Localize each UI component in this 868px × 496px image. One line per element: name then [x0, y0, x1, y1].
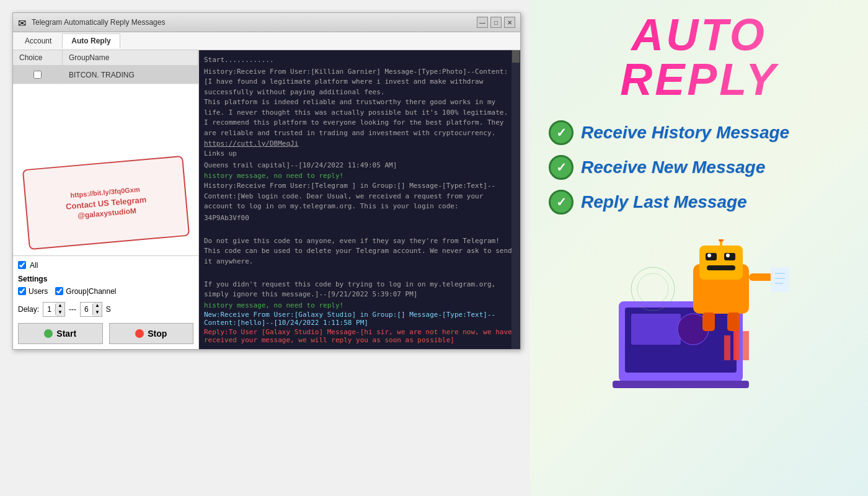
users-checkbox[interactable] — [18, 287, 26, 295]
log-entry-5: 34P9Ab3Vf00 — [204, 213, 515, 224]
svg-rect-16 — [707, 265, 735, 270]
log-entry-0: History:Receive From User:[Killian Garni… — [204, 67, 515, 139]
spinner1-up[interactable]: ▲ — [56, 303, 64, 309]
check-symbol-1: ✓ — [556, 125, 567, 140]
sidebar: Choice GroupName BITCON. TRADING https:/… — [13, 50, 199, 349]
svg-rect-2 — [631, 314, 681, 345]
stop-button[interactable]: Stop — [109, 323, 194, 344]
window-frame: ✉ Telegram Automatically Reply Messages … — [12, 12, 521, 350]
start-label: Start — [56, 329, 76, 339]
spinner2-down[interactable]: ▼ — [93, 309, 102, 316]
minimize-button[interactable]: — — [477, 17, 488, 28]
feature-text-1: Receive History Message — [581, 123, 789, 143]
spinner1-down[interactable]: ▼ — [56, 309, 64, 316]
feature-text-2: Receive New Message — [581, 157, 765, 177]
title-bar-left: ✉ Telegram Automatically Reply Messages — [18, 17, 165, 27]
settings-checkboxes: Users Group|Channel — [18, 287, 193, 296]
group-channel-setting: Group|Channel — [55, 287, 116, 296]
svg-rect-10 — [706, 253, 717, 260]
info-panel: AUTO REPLY ✓ Receive History Message ✓ R… — [530, 0, 868, 496]
table-row: BITCON. TRADING — [13, 66, 198, 84]
log-entry-9: If you didn't request this code by tryin… — [204, 280, 515, 300]
svg-rect-6 — [743, 331, 749, 360]
log-panel: Start............ History:Receive From U… — [199, 50, 520, 349]
action-buttons: Start Stop — [18, 323, 193, 344]
log-entry-2: Links up — [204, 149, 515, 159]
check-icon-3: ✓ — [549, 190, 574, 215]
delay-val2: 6 — [81, 304, 93, 315]
svg-point-15 — [719, 239, 724, 242]
window-controls: — □ ✕ — [477, 17, 515, 28]
check-icon-1: ✓ — [549, 120, 574, 145]
svg-rect-22 — [702, 312, 715, 331]
svg-rect-4 — [724, 335, 730, 360]
sidebar-bottom: All Settings Users Group|Channel — [13, 255, 198, 349]
spinner2-up[interactable]: ▲ — [93, 303, 102, 309]
group-list: BITCON. TRADING — [13, 66, 198, 150]
tab-account[interactable]: Account — [16, 33, 61, 48]
group-channel-checkbox[interactable] — [55, 287, 63, 295]
log-history-notice-1: history message, no need to reply! — [204, 172, 515, 180]
log-entry-4: History:Receive From User:[Telegram ] in… — [204, 181, 515, 212]
svg-rect-9 — [699, 246, 743, 280]
delay-unit: S — [106, 305, 111, 314]
check-symbol-2: ✓ — [556, 160, 567, 175]
sidebar-header: Choice GroupName — [13, 50, 198, 66]
delay-spinner-2[interactable]: 6 ▲ ▼ — [80, 302, 102, 317]
group-checkbox[interactable] — [13, 68, 63, 82]
svg-rect-5 — [733, 326, 740, 360]
feature-text-3: Reply Last Message — [581, 192, 747, 212]
delay-separator: --- — [69, 305, 76, 314]
svg-point-12 — [707, 254, 711, 257]
auto-reply-title: AUTO REPLY — [549, 12, 849, 102]
start-icon — [44, 329, 53, 338]
robot-illustration — [600, 239, 799, 401]
stop-icon — [135, 329, 144, 338]
log-reply-message: Reply:To User [Galaxy Studio] Message-[h… — [204, 328, 515, 344]
log-start: Start............ — [204, 55, 515, 66]
title-bar: ✉ Telegram Automatically Reply Messages … — [13, 13, 520, 32]
users-label: Users — [29, 287, 48, 296]
column-groupname: GroupName — [63, 50, 198, 65]
feature-item-1: ✓ Receive History Message — [549, 120, 849, 145]
spinner2-btns: ▲ ▼ — [93, 303, 102, 316]
main-content: Choice GroupName BITCON. TRADING https:/… — [13, 50, 520, 349]
delay-row: Delay: 1 ▲ ▼ --- 6 ▲ — [18, 302, 193, 317]
all-checkbox-row: All — [18, 261, 193, 270]
delay-spinner-1[interactable]: 1 ▲ ▼ — [43, 302, 65, 317]
scroll-thumb[interactable] — [512, 50, 520, 63]
feature-item-2: ✓ Receive New Message — [549, 155, 849, 180]
users-setting: Users — [18, 287, 48, 296]
maximize-button[interactable]: □ — [490, 17, 502, 28]
log-link[interactable]: https://cutt.ly/DBMeqJi — [204, 140, 515, 148]
group-channel-label: Group|Channel — [66, 287, 116, 296]
svg-point-25 — [637, 273, 668, 304]
log-entry-7: Do not give this code to anyone, even if… — [204, 236, 515, 267]
svg-rect-18 — [771, 267, 789, 292]
log-entry-8 — [204, 268, 515, 278]
menu-bar: Account Auto Reply — [13, 32, 520, 50]
close-button[interactable]: ✕ — [504, 17, 515, 28]
all-checkbox-input[interactable] — [18, 261, 26, 269]
spinner1-btns: ▲ ▼ — [56, 303, 64, 316]
log-entry-3: Queens trail capital]--[10/24/2022 11:49… — [204, 161, 515, 171]
all-label: All — [30, 261, 38, 270]
feature-list: ✓ Receive History Message ✓ Receive New … — [549, 120, 849, 215]
log-new-message: New:Receive From User:[Galaxy Studio] in… — [204, 311, 515, 327]
svg-rect-7 — [613, 381, 749, 388]
svg-rect-11 — [724, 253, 735, 260]
column-choice: Choice — [13, 50, 63, 65]
group-check-input[interactable] — [33, 71, 42, 79]
app-window: ✉ Telegram Automatically Reply Messages … — [0, 0, 530, 496]
tab-auto-reply[interactable]: Auto Reply — [62, 33, 120, 48]
log-history-notice-2: history message, no need to reply! — [204, 301, 515, 309]
delay-label: Delay: — [18, 305, 39, 314]
check-icon-2: ✓ — [549, 155, 574, 180]
delay-val1: 1 — [43, 304, 56, 315]
log-entry-6 — [204, 224, 515, 235]
scrollbar[interactable] — [512, 50, 520, 349]
start-button[interactable]: Start — [18, 323, 103, 344]
group-name: BITCON. TRADING — [63, 68, 198, 82]
feature-item-3: ✓ Reply Last Message — [549, 190, 849, 215]
svg-point-13 — [726, 254, 730, 257]
